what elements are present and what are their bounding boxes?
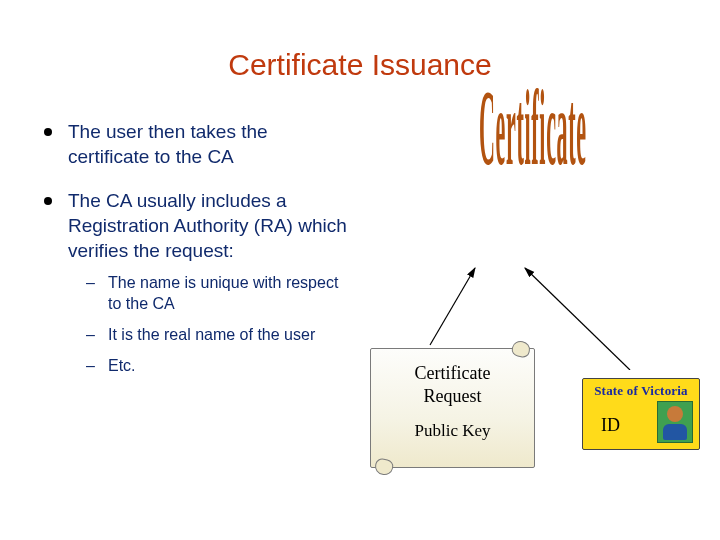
slide: Certificate Issuance The user then takes… bbox=[0, 0, 720, 540]
sub-bullet-text: It is the real name of the user bbox=[108, 326, 315, 343]
scroll-line-2: Request bbox=[379, 386, 526, 407]
id-card-photo-icon bbox=[657, 401, 693, 443]
bullet-text: The CA usually includes a Registration A… bbox=[68, 190, 347, 260]
bullet-list: The user then takes the certificate to t… bbox=[40, 120, 350, 377]
sub-bullet-item: It is the real name of the user bbox=[68, 325, 350, 346]
sub-bullet-text: The name is unique with respect to the C… bbox=[108, 274, 338, 312]
bullet-item: The CA usually includes a Registration A… bbox=[40, 189, 350, 376]
slide-title: Certificate Issuance bbox=[0, 48, 720, 82]
certificate-wordart: Certificate bbox=[479, 68, 587, 190]
certificate-request-scroll-icon: Certificate Request Public Key bbox=[370, 348, 535, 468]
id-card-label: ID bbox=[601, 415, 620, 436]
id-card-icon: State of Victoria ID bbox=[582, 378, 700, 450]
bullet-item: The user then takes the certificate to t… bbox=[40, 120, 350, 169]
diagram-area: Certificate Certificate Request Public K… bbox=[370, 110, 710, 510]
sub-bullet-list: The name is unique with respect to the C… bbox=[68, 273, 350, 376]
bullet-text: The user then takes the certificate to t… bbox=[68, 121, 268, 167]
scroll-line-3: Public Key bbox=[379, 421, 526, 441]
svg-line-1 bbox=[525, 268, 630, 370]
sub-bullet-text: Etc. bbox=[108, 357, 136, 374]
scroll-line-1: Certificate bbox=[379, 363, 526, 384]
id-card-banner: State of Victoria bbox=[587, 383, 695, 399]
slide-body: The user then takes the certificate to t… bbox=[40, 120, 350, 397]
svg-line-0 bbox=[430, 268, 475, 345]
sub-bullet-item: Etc. bbox=[68, 356, 350, 377]
sub-bullet-item: The name is unique with respect to the C… bbox=[68, 273, 350, 315]
